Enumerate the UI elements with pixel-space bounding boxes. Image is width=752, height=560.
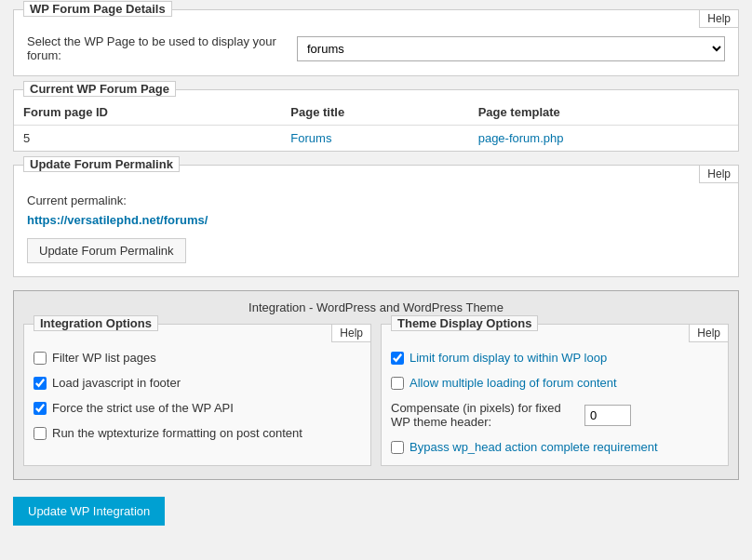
run-wptexturize-label[interactable]: Run the wptexturize formatting on post c… (52, 426, 302, 440)
compensate-row: Compensate (in pixels) for fixed WP them… (391, 401, 718, 429)
integration-options-panel: Integration Options Help Filter WP list … (23, 324, 371, 466)
current-wp-forum-page-section: Current WP Forum Page Forum page ID Page… (13, 89, 739, 152)
table-row: 5 Forums page-forum.php (14, 126, 738, 152)
permalink-help-button[interactable]: Help (699, 165, 739, 183)
force-wp-api-row: Force the strict use of the WP API (34, 401, 361, 415)
column-header-title: Page title (281, 100, 468, 126)
wp-forum-page-help-button[interactable]: Help (699, 9, 739, 28)
filter-wp-label[interactable]: Filter WP list pages (52, 351, 156, 365)
forum-page-table: Forum page ID Page title Page template 5… (14, 100, 738, 151)
load-js-checkbox[interactable] (34, 377, 47, 390)
limit-forum-row: Limit forum display to within WP loop (391, 351, 718, 365)
allow-multiple-row: Allow multiple loading of forum content (391, 376, 718, 390)
integration-columns: Integration Options Help Filter WP list … (23, 324, 729, 466)
compensate-input[interactable] (584, 405, 631, 426)
forum-page-select-label: Select the WP Page to be used to display… (27, 34, 288, 62)
bypass-label[interactable]: Bypass wp_head action complete requireme… (410, 440, 658, 454)
run-wptexturize-row: Run the wptexturize formatting on post c… (34, 426, 361, 440)
permalink-url[interactable]: https://versatilephd.net/forums/ (27, 213, 725, 227)
wp-forum-page-details-legend: WP Forum Page Details (23, 1, 172, 17)
bypass-checkbox[interactable] (391, 441, 404, 454)
allow-multiple-checkbox[interactable] (391, 377, 404, 390)
forum-page-id: 5 (14, 126, 281, 152)
forum-page-title[interactable]: Forums (281, 126, 468, 152)
integration-options-help-button[interactable]: Help (331, 324, 371, 342)
forum-page-template[interactable]: page-forum.php (469, 126, 738, 152)
filter-wp-row: Filter WP list pages (34, 351, 361, 365)
theme-display-options-legend: Theme Display Options (391, 315, 538, 331)
column-header-template: Page template (469, 100, 738, 126)
limit-forum-label[interactable]: Limit forum display to within WP loop (410, 351, 607, 365)
theme-display-help-button[interactable]: Help (689, 324, 729, 342)
load-js-row: Load javascript in footer (34, 376, 361, 390)
forum-page-select[interactable]: forums (297, 36, 725, 61)
current-permalink-label: Current permalink: (27, 193, 725, 207)
run-wptexturize-checkbox[interactable] (34, 427, 47, 440)
wp-forum-page-details-section: WP Forum Page Details Help Select the WP… (13, 9, 739, 76)
integration-section: Integration - WordPress and WordPress Th… (13, 290, 739, 480)
update-forum-permalink-legend: Update Forum Permalink (23, 156, 180, 172)
update-wp-integration-button[interactable]: Update WP Integration (13, 497, 165, 526)
force-wp-api-label[interactable]: Force the strict use of the WP API (52, 401, 234, 415)
integration-options-legend: Integration Options (34, 315, 158, 331)
integration-title: Integration - WordPress and WordPress Th… (23, 300, 729, 314)
filter-wp-checkbox[interactable] (34, 352, 47, 365)
theme-display-options-panel: Theme Display Options Help Limit forum d… (381, 324, 729, 466)
load-js-label[interactable]: Load javascript in footer (52, 376, 181, 390)
allow-multiple-label[interactable]: Allow multiple loading of forum content (410, 376, 617, 390)
current-wp-forum-legend: Current WP Forum Page (23, 81, 176, 97)
limit-forum-checkbox[interactable] (391, 352, 404, 365)
column-header-id: Forum page ID (14, 100, 281, 126)
force-wp-api-checkbox[interactable] (34, 402, 47, 415)
bypass-row: Bypass wp_head action complete requireme… (391, 440, 718, 454)
compensate-label: Compensate (in pixels) for fixed WP them… (391, 401, 577, 429)
forum-page-select-row: Select the WP Page to be used to display… (27, 34, 725, 62)
update-forum-permalink-button[interactable]: Update Forum Permalink (27, 238, 186, 263)
update-forum-permalink-section: Update Forum Permalink Help Current perm… (13, 165, 739, 277)
